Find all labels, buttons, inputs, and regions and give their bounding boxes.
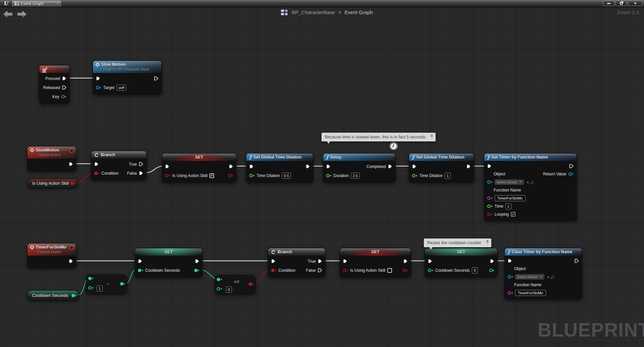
completed-exec-pin[interactable] xyxy=(388,164,392,169)
time-input[interactable]: 1 xyxy=(505,203,511,209)
value-out-pin[interactable] xyxy=(489,269,495,272)
node-less-equal[interactable]: 0 <= xyxy=(215,275,256,294)
exec-out-pin[interactable] xyxy=(466,164,471,169)
var-is-using-action-skill[interactable]: Is Using Action Skill xyxy=(27,178,78,188)
return-value-pin[interactable] xyxy=(568,172,574,176)
exec-out-pin[interactable] xyxy=(569,164,574,168)
duration-pin[interactable] xyxy=(326,174,332,177)
exec-in-pin[interactable] xyxy=(94,162,99,166)
true-exec-pin[interactable] xyxy=(318,259,322,263)
value-out-pin[interactable] xyxy=(194,269,200,272)
result-pin[interactable] xyxy=(249,283,254,286)
false-exec-pin[interactable] xyxy=(318,268,322,272)
function-name-input[interactable]: TimerForSloMo xyxy=(495,195,526,201)
true-exec-pin[interactable] xyxy=(139,162,143,166)
exec-out-pin[interactable] xyxy=(229,164,233,169)
exec-in-pin[interactable] xyxy=(165,164,169,169)
input-b-pin[interactable] xyxy=(217,287,222,291)
exec-in-pin[interactable] xyxy=(271,259,276,263)
key-data-pin[interactable] xyxy=(61,95,67,98)
exec-out-pin[interactable] xyxy=(306,164,310,169)
exec-in-pin[interactable] xyxy=(508,259,512,263)
looping-pin[interactable] xyxy=(487,213,493,216)
breadcrumb-root[interactable]: BP_CharacterBase xyxy=(292,9,335,15)
value-input[interactable]: 5 xyxy=(472,267,478,273)
value-in-pin[interactable] xyxy=(165,174,170,177)
value-in-pin[interactable] xyxy=(138,269,143,272)
value-input[interactable]: 1 xyxy=(97,286,103,292)
var-out-pin[interactable] xyxy=(70,182,76,185)
input-a-pin[interactable] xyxy=(217,278,222,281)
restore-button[interactable] xyxy=(615,1,627,6)
select-asset-dropdown[interactable]: Select Asset▼ xyxy=(515,274,544,279)
nav-forward-arrow-icon[interactable] xyxy=(17,11,27,18)
comment-pin-icon[interactable] xyxy=(430,134,434,139)
exec-in-pin[interactable] xyxy=(487,164,492,168)
exec-out-pin[interactable] xyxy=(490,259,494,263)
value-in-pin[interactable] xyxy=(428,269,433,272)
nav-back-arrow-icon[interactable] xyxy=(3,11,12,18)
node-input-key-f[interactable]: F Pressed Released Key xyxy=(39,65,70,103)
target-data-pin[interactable] xyxy=(96,86,101,89)
time-pin[interactable] xyxy=(487,205,493,208)
bool-checkbox[interactable]: ✓ xyxy=(209,173,214,178)
node-slow-motion-call[interactable]: Slow Motion Target is BP Character Base … xyxy=(93,60,162,94)
bool-checkbox[interactable]: ✓ xyxy=(387,268,392,273)
breadcrumb-current[interactable]: Event Graph xyxy=(345,9,373,15)
node-subtract[interactable]: 1 – xyxy=(86,274,127,294)
false-exec-pin[interactable] xyxy=(139,171,143,175)
node-slowmotion-event[interactable]: SlowMotion Custom Event xyxy=(27,146,77,171)
node-set-is-using-action-skill-1[interactable]: SET Is Using Action Skill ✓ xyxy=(162,153,237,182)
time-dilation-pin[interactable] xyxy=(412,174,417,177)
var-out-pin[interactable] xyxy=(71,294,77,297)
exec-in-pin[interactable] xyxy=(428,259,432,263)
value-input[interactable]: 1 xyxy=(445,173,451,179)
tab-event-graph[interactable]: Event Graph × xyxy=(11,0,62,7)
browse-magnifier-icon[interactable] xyxy=(552,275,554,278)
input-a-pin[interactable] xyxy=(88,277,94,280)
exec-in-pin[interactable] xyxy=(326,164,331,169)
comment-pin-icon[interactable] xyxy=(486,240,489,245)
function-name-pin[interactable] xyxy=(508,291,513,295)
node-set-cooldown-seconds-1[interactable]: SET Cooldown Seconds xyxy=(135,248,203,277)
object-pin[interactable] xyxy=(508,275,513,278)
graph-canvas[interactable]: BP_CharacterBase > Event Graph Zoom 1:1 … xyxy=(0,7,644,347)
value-out-pin[interactable] xyxy=(228,174,234,177)
node-set-global-time-dilation-1[interactable]: ƒSet Global Time Dilation Time Dilation … xyxy=(246,153,313,182)
value-input[interactable]: 0 xyxy=(226,287,232,293)
looping-checkbox[interactable]: ✓ xyxy=(511,212,515,217)
node-set-global-time-dilation-2[interactable]: ƒSet Global Time Dilation Time Dilation … xyxy=(409,153,474,182)
var-cooldown-seconds[interactable]: Cooldown Seconds xyxy=(27,290,79,301)
node-clear-timer-by-function-name[interactable]: ƒClear Timer by Function Name Object Sel… xyxy=(504,248,582,299)
result-pin[interactable] xyxy=(120,282,126,286)
exec-out-pin[interactable] xyxy=(403,259,408,263)
close-button[interactable]: × xyxy=(628,1,643,6)
value-input[interactable]: 2.5 xyxy=(351,173,360,179)
exec-out-pin[interactable] xyxy=(575,259,579,263)
node-timerforslomo-event[interactable]: TimerForSloMo Custom Event xyxy=(27,243,77,268)
node-delay[interactable]: ƒDelay Completed Duration 2.5 xyxy=(323,153,396,182)
browse-magnifier-icon[interactable] xyxy=(531,181,534,183)
node-set-cooldown-seconds-2[interactable]: SET Cooldown Seconds 5 xyxy=(425,248,498,277)
exec-out-pin[interactable] xyxy=(62,85,66,90)
comment-bubble-reset[interactable]: Resets the cooldown counter xyxy=(424,238,491,247)
value-input[interactable]: 0.5 xyxy=(282,173,291,179)
reset-arrow-icon[interactable]: ◄ xyxy=(546,275,550,279)
exec-out-pin[interactable] xyxy=(69,259,73,263)
reset-arrow-icon[interactable]: ◄ xyxy=(526,180,529,184)
node-branch-1[interactable]: Branch True Condition False xyxy=(91,151,147,180)
exec-in-pin[interactable] xyxy=(138,259,142,263)
condition-pin[interactable] xyxy=(271,269,277,272)
minimize-button[interactable] xyxy=(603,1,614,6)
function-name-input[interactable]: TimerForSloMo xyxy=(515,290,546,296)
exec-in-pin[interactable] xyxy=(412,164,416,169)
exec-in-pin[interactable] xyxy=(96,76,100,81)
node-branch-2[interactable]: Branch True Condition False xyxy=(268,248,326,277)
exec-in-pin[interactable] xyxy=(343,259,347,263)
exec-out-pin[interactable] xyxy=(195,259,199,263)
target-value-box[interactable]: self xyxy=(116,85,126,91)
select-asset-dropdown[interactable]: Select Asset▼ xyxy=(495,179,524,185)
node-set-is-using-action-skill-2[interactable]: SET Is Using Action Skill ✓ xyxy=(340,248,411,277)
condition-pin[interactable] xyxy=(94,172,100,175)
exec-out-pin[interactable] xyxy=(62,76,66,81)
